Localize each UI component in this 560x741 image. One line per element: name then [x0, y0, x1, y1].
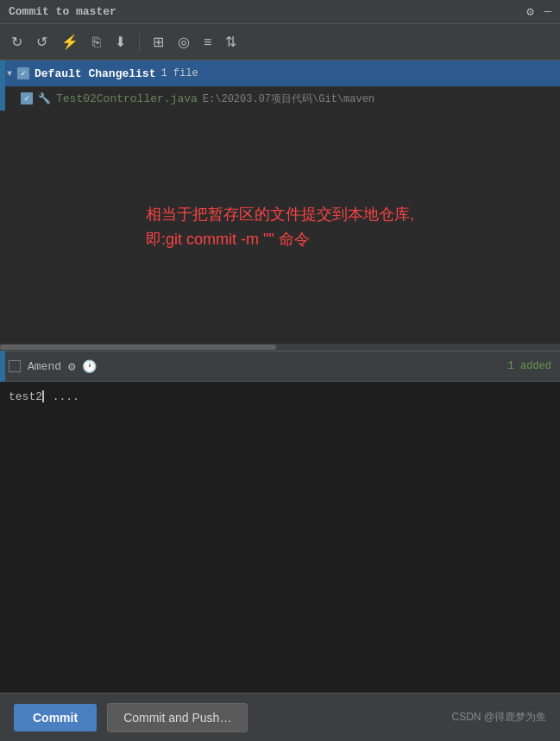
- file-checkbox[interactable]: [21, 92, 33, 104]
- minimize-icon[interactable]: —: [544, 4, 551, 19]
- main-content: ▼ Default Changelist 1 file 🔧 Test02Cont…: [0, 60, 560, 741]
- amend-bar: Amend ⚙ 🕐 1 added: [0, 351, 560, 382]
- commit-message-area[interactable]: test2 ....: [0, 382, 560, 741]
- amend-checkbox[interactable]: [9, 360, 21, 372]
- title-bar: Commit to master ⚙ —: [0, 0, 560, 24]
- scroll-thumb[interactable]: [0, 345, 276, 350]
- title-bar-icons: ⚙ —: [526, 4, 551, 19]
- annotation-line1: 相当于把暂存区的文件提交到本地仓库,: [146, 202, 414, 227]
- undo-button[interactable]: ↺: [32, 31, 52, 53]
- sort-button[interactable]: ⇅: [221, 31, 241, 53]
- file-path: E:\20203.07项目代码\Git\maven: [203, 92, 374, 106]
- changelist-count: 1 file: [160, 67, 198, 79]
- text-cursor: [42, 390, 44, 402]
- separator-1: [139, 34, 140, 51]
- annotation-area: 相当于把暂存区的文件提交到本地仓库, 即:git commit -m "" 命令: [0, 111, 560, 344]
- list-button[interactable]: ≡: [199, 32, 216, 53]
- scroll-area[interactable]: [0, 344, 560, 351]
- added-count: 1 added: [508, 360, 551, 372]
- bottom-bar: Commit Commit and Push… CSDN @得鹿梦为鱼: [0, 693, 560, 741]
- commit-message-dots: ....: [53, 390, 79, 403]
- refresh-button[interactable]: ↻: [7, 31, 27, 53]
- file-name: Test02Controller.java: [56, 92, 198, 105]
- settings-icon[interactable]: ⚙: [526, 4, 533, 19]
- download-button[interactable]: ⬇: [110, 31, 130, 53]
- file-type-icon: 🔧: [38, 92, 51, 105]
- eye-button[interactable]: ◎: [173, 31, 194, 53]
- lightning-button[interactable]: ⚡: [57, 31, 83, 53]
- commit-message-text: test2: [9, 390, 42, 403]
- toolbar: ↻ ↺ ⚡ ⎘ ⬇ ⊞ ◎ ≡ ⇅: [0, 24, 560, 60]
- expand-arrow[interactable]: ▼: [7, 69, 12, 79]
- copy-button[interactable]: ⎘: [88, 32, 105, 53]
- amend-history-icon[interactable]: 🕐: [82, 359, 97, 374]
- changelist-name: Default Changelist: [35, 67, 155, 80]
- commit-push-button[interactable]: Commit and Push…: [107, 703, 248, 732]
- amend-label: Amend: [28, 360, 61, 373]
- watermark: CSDN @得鹿梦为鱼: [451, 710, 546, 725]
- annotation-text: 相当于把暂存区的文件提交到本地仓库, 即:git commit -m "" 命令: [146, 202, 414, 252]
- changelist-header[interactable]: ▼ Default Changelist 1 file: [0, 60, 560, 86]
- title-text: Commit to master: [9, 5, 116, 18]
- changelist-checkbox[interactable]: [17, 67, 29, 79]
- commit-button[interactable]: Commit: [14, 704, 97, 732]
- annotation-line2: 即:git commit -m "" 命令: [146, 227, 414, 252]
- amend-settings-icon[interactable]: ⚙: [68, 359, 75, 374]
- file-item[interactable]: 🔧 Test02Controller.java E:\20203.07项目代码\…: [0, 86, 560, 111]
- grid-button[interactable]: ⊞: [148, 31, 168, 53]
